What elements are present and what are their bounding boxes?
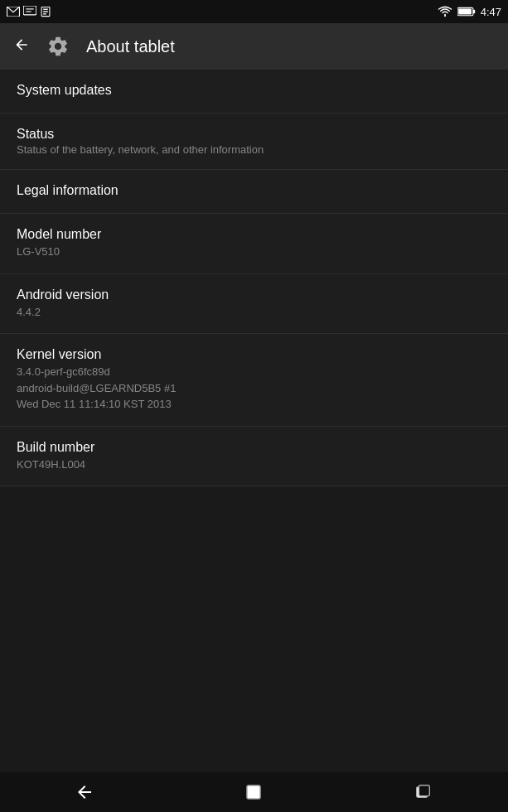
build-number-value: KOT49H.L004 bbox=[17, 457, 491, 473]
storage-icon bbox=[40, 6, 51, 17]
build-number-item: Build number KOT49H.L004 bbox=[0, 427, 508, 487]
status-item[interactable]: Status Status of the battery, network, a… bbox=[0, 114, 508, 170]
system-updates-item[interactable]: System updates bbox=[0, 70, 508, 114]
svg-rect-13 bbox=[418, 785, 429, 796]
battery-icon bbox=[457, 7, 476, 17]
build-number-title: Build number bbox=[17, 440, 491, 455]
kernel-version-value: 3.4.0-perf-gc6fc89d android-build@LGEARN… bbox=[17, 364, 491, 413]
svg-rect-5 bbox=[43, 9, 48, 10]
settings-content: System updates Status Status of the batt… bbox=[0, 70, 508, 486]
top-bar: About tablet bbox=[0, 23, 508, 70]
nav-home-button[interactable] bbox=[229, 776, 278, 809]
wifi-icon bbox=[438, 6, 452, 17]
kernel-version-item: Kernel version 3.4.0-perf-gc6fc89d andro… bbox=[0, 334, 508, 427]
navigation-bar bbox=[0, 772, 508, 812]
system-updates-title: System updates bbox=[17, 83, 491, 98]
status-bar-left bbox=[7, 6, 51, 17]
settings-gear-icon bbox=[43, 31, 73, 61]
model-number-title: Model number bbox=[17, 227, 491, 242]
svg-rect-11 bbox=[247, 785, 260, 799]
android-version-value: 4.4.2 bbox=[17, 304, 491, 321]
model-number-item: Model number LG-V510 bbox=[0, 214, 508, 274]
status-bar: 4:47 bbox=[0, 0, 508, 23]
android-version-title: Android version bbox=[17, 288, 491, 302]
status-title: Status bbox=[17, 127, 491, 142]
status-bar-right: 4:47 bbox=[438, 6, 501, 18]
svg-rect-6 bbox=[43, 11, 48, 12]
nav-recents-button[interactable] bbox=[399, 776, 448, 809]
model-number-value: LG-V510 bbox=[17, 244, 491, 260]
kernel-version-title: Kernel version bbox=[17, 347, 491, 362]
email-icon bbox=[7, 7, 20, 17]
svg-rect-9 bbox=[473, 10, 475, 14]
android-version-item: Android version 4.4.2 bbox=[0, 274, 508, 335]
svg-rect-7 bbox=[43, 13, 46, 14]
back-button[interactable] bbox=[13, 36, 30, 57]
svg-rect-1 bbox=[23, 6, 36, 15]
status-time: 4:47 bbox=[481, 6, 501, 18]
message-icon bbox=[23, 6, 36, 17]
nav-back-button[interactable] bbox=[60, 776, 109, 809]
svg-rect-10 bbox=[458, 8, 472, 14]
status-subtitle: Status of the battery, network, and othe… bbox=[17, 143, 491, 156]
legal-information-item[interactable]: Legal information bbox=[0, 170, 508, 214]
legal-information-title: Legal information bbox=[17, 183, 491, 198]
page-title: About tablet bbox=[86, 37, 175, 56]
